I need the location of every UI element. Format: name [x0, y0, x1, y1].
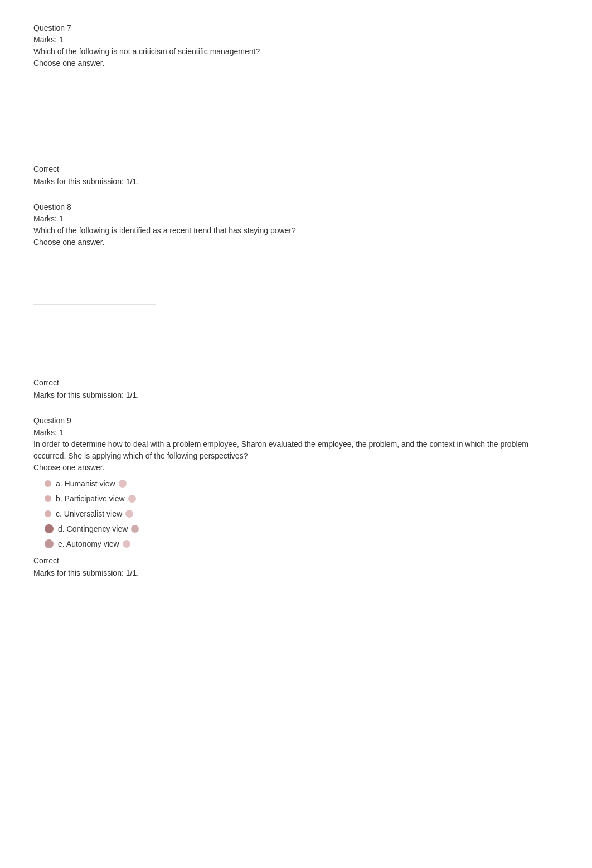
option-b-indicator — [128, 495, 136, 503]
question-8-answer-area — [33, 304, 559, 377]
option-a-label: a. Humanist view — [56, 478, 115, 490]
option-c-radio — [45, 510, 51, 517]
question-9-text: In order to determine how to deal with a… — [33, 438, 559, 462]
option-a-indicator — [119, 480, 127, 488]
question-8-text: Which of the following is identified as … — [33, 225, 559, 237]
question-8-label: Question 8 — [33, 201, 559, 213]
question-9-instruction: Choose one answer. — [33, 462, 559, 474]
option-a-radio — [45, 480, 51, 487]
option-d-radio — [45, 524, 54, 533]
question-9-block: Question 9 Marks: 1 In order to determin… — [33, 415, 559, 580]
question-9-label: Question 9 — [33, 415, 559, 427]
question-7-label: Question 7 — [33, 22, 559, 34]
option-e-radio — [45, 539, 54, 548]
option-c-label: c. Universalist view — [56, 508, 122, 520]
option-d[interactable]: d. Contingency view — [45, 523, 559, 535]
option-e-label: e. Autonomy view — [58, 538, 119, 550]
question-9-marks: Marks: 1 — [33, 427, 559, 438]
option-b[interactable]: b. Participative view — [45, 493, 559, 505]
option-c-indicator — [125, 510, 133, 518]
question-7-result: Correct Marks for this submission: 1/1. — [33, 163, 559, 188]
question-7-answer-area — [33, 74, 559, 163]
option-b-radio — [45, 495, 51, 502]
question-7-text: Which of the following is not a criticis… — [33, 46, 559, 57]
question-8-block: Question 8 Marks: 1 Which of the followi… — [33, 201, 559, 402]
option-d-label: d. Contingency view — [58, 523, 128, 535]
option-e-indicator — [123, 540, 130, 548]
option-e[interactable]: e. Autonomy view — [45, 538, 559, 550]
question-7-instruction: Choose one answer. — [33, 57, 559, 69]
option-a[interactable]: a. Humanist view — [45, 478, 559, 490]
question-9-result: Correct Marks for this submission: 1/1. — [33, 554, 559, 580]
question-9-options: a. Humanist view b. Participative view c… — [45, 478, 559, 550]
q8-selection-blur — [33, 304, 156, 305]
question-7-marks: Marks: 1 — [33, 34, 559, 46]
question-7-block: Question 7 Marks: 1 Which of the followi… — [33, 22, 559, 188]
option-b-label: b. Participative view — [56, 493, 125, 505]
option-d-indicator — [131, 525, 139, 533]
question-8-result: Correct Marks for this submission: 1/1. — [33, 377, 559, 402]
question-8-instruction: Choose one answer. — [33, 237, 559, 248]
option-c[interactable]: c. Universalist view — [45, 508, 559, 520]
question-8-marks: Marks: 1 — [33, 213, 559, 225]
